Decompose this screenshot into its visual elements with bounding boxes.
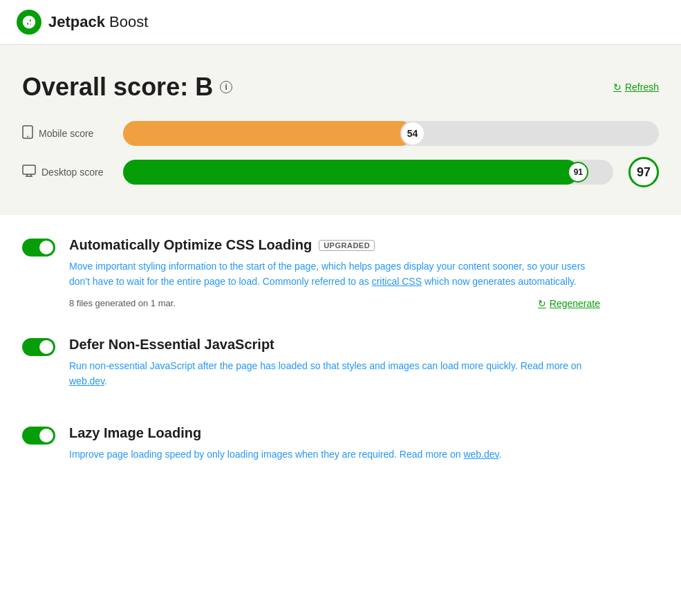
regenerate-icon: ↻ — [538, 298, 546, 309]
desktop-score-bar-container: 91 — [123, 160, 613, 185]
mobile-score-bubble: 54 — [400, 121, 425, 146]
score-bars: Mobile score 54 — [22, 121, 659, 187]
lazy-image-content: Lazy Image Loading Improve page loading … — [69, 425, 600, 470]
lazy-image-toggle-wrap — [22, 427, 55, 445]
css-loading-title-row: Automatically Optimize CSS Loading UPGRA… — [69, 237, 600, 253]
defer-js-toggle-wrap — [22, 338, 55, 356]
css-loading-description: Move important styling information to th… — [69, 259, 600, 290]
refresh-button[interactable]: ↻ Refresh — [613, 82, 659, 93]
css-loading-title: Automatically Optimize CSS Loading — [69, 237, 312, 253]
generated-files-text: 8 files generated on 1 mar. — [69, 298, 176, 308]
header: Jetpack Boost — [0, 0, 681, 45]
css-loading-toggle-wrap — [22, 239, 55, 256]
app-title: Jetpack Boost — [48, 13, 148, 31]
regenerate-button[interactable]: ↻ Regenerate — [538, 298, 600, 309]
mobile-score-bar-fill: 54 — [123, 121, 413, 146]
lazy-image-link[interactable]: web.dev — [463, 449, 498, 460]
logo: Jetpack Boost — [17, 10, 148, 35]
overall-score-title: Overall score: B i — [22, 73, 232, 102]
desktop-final-score: 97 — [628, 157, 659, 187]
defer-js-description: Run non-essential JavaScript after the p… — [69, 358, 600, 389]
features-section: Automatically Optimize CSS Loading UPGRA… — [0, 215, 622, 520]
defer-js-toggle[interactable] — [22, 338, 55, 356]
desktop-prev-score-bubble: 91 — [568, 162, 588, 183]
css-loading-footer: 8 files generated on 1 mar. ↻ Regenerate — [69, 298, 600, 309]
info-icon[interactable]: i — [220, 81, 232, 93]
lazy-image-description: Improve page loading speed by only loadi… — [69, 447, 600, 462]
score-header: Overall score: B i ↻ Refresh — [22, 73, 659, 102]
lazy-image-toggle[interactable] — [22, 427, 55, 445]
desktop-score-row: Desktop score 91 97 — [22, 157, 659, 187]
mobile-score-bar-container: 54 — [123, 121, 659, 146]
upgraded-badge: UPGRADED — [319, 240, 375, 251]
defer-js-title-row: Defer Non-Essential JavaScript — [69, 337, 600, 353]
lazy-image-title: Lazy Image Loading — [69, 425, 201, 441]
defer-js-link[interactable]: web.dev — [69, 375, 104, 386]
feature-css-loading: Automatically Optimize CSS Loading UPGRA… — [22, 237, 600, 309]
desktop-score-label: Desktop score — [22, 165, 112, 180]
critical-css-link[interactable]: critical CSS — [372, 276, 422, 287]
defer-js-title: Defer Non-Essential JavaScript — [69, 337, 274, 353]
refresh-icon: ↻ — [613, 82, 622, 93]
score-section: Overall score: B i ↻ Refresh Mobile scor… — [0, 45, 681, 215]
jetpack-logo-icon — [17, 10, 41, 35]
desktop-score-bar-fill: 91 — [123, 160, 579, 185]
feature-defer-js: Defer Non-Essential JavaScript Run non-e… — [22, 337, 600, 398]
svg-point-1 — [27, 136, 28, 138]
svg-rect-2 — [23, 165, 35, 174]
feature-lazy-image: Lazy Image Loading Improve page loading … — [22, 425, 600, 470]
css-loading-content: Automatically Optimize CSS Loading UPGRA… — [69, 237, 600, 309]
lazy-image-title-row: Lazy Image Loading — [69, 425, 600, 441]
defer-js-content: Defer Non-Essential JavaScript Run non-e… — [69, 337, 600, 398]
mobile-score-row: Mobile score 54 — [22, 121, 659, 146]
mobile-score-label: Mobile score — [22, 125, 112, 142]
mobile-icon — [22, 125, 33, 142]
desktop-icon — [22, 165, 36, 180]
css-loading-toggle[interactable] — [22, 239, 55, 256]
